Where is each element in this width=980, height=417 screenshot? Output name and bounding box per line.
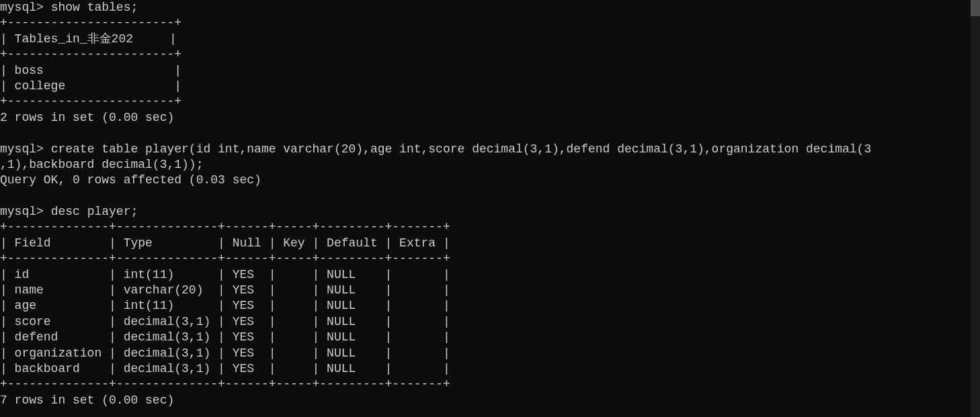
prompt: mysql> [0,142,44,156]
command-create-table-line1: create table player(id int,name varchar(… [51,142,872,156]
table-border: +--------------+--------------+------+--… [0,220,450,234]
result-summary: Query OK, 0 rows affected (0.03 sec) [0,173,261,187]
scrollbar-track[interactable] [971,0,980,417]
table-row: | name | varchar(20) | YES | | NULL | | [0,283,450,297]
table-row: | defend | decimal(3,1) | YES | | NULL |… [0,330,450,344]
table-row: | boss | [0,64,181,77]
result-summary: 2 rows in set (0.00 sec) [0,111,174,124]
table-header: | Tables_in_非金202 | [0,32,177,46]
table-border: +-----------------------+ [0,48,181,61]
command-desc-player: desc player; [51,205,138,218]
terminal-output[interactable]: mysql> show tables; +-------------------… [0,0,980,408]
command-create-table-line2: ,1),backboard decimal(3,1)); [0,158,203,171]
command-show-tables: show tables; [51,1,138,14]
table-row: | college | [0,79,181,93]
table-row: | id | int(11) | YES | | NULL | | [0,268,450,281]
prompt: mysql> [0,205,44,218]
table-row: | score | decimal(3,1) | YES | | NULL | … [0,315,450,328]
table-border: +-----------------------+ [0,95,181,108]
table-row: | organization | decimal(3,1) | YES | | … [0,346,450,360]
table-border: +-----------------------+ [0,16,181,30]
table-header: | Field | Type | Null | Key | Default | … [0,236,450,250]
table-border: +--------------+--------------+------+--… [0,252,450,265]
table-row: | age | int(11) | YES | | NULL | | [0,299,450,312]
table-border: +--------------+--------------+------+--… [0,377,450,391]
result-summary: 7 rows in set (0.00 sec) [0,393,174,407]
table-row: | backboard | decimal(3,1) | YES | | NUL… [0,362,450,375]
prompt: mysql> [0,1,44,14]
scrollbar-thumb[interactable] [971,0,980,16]
